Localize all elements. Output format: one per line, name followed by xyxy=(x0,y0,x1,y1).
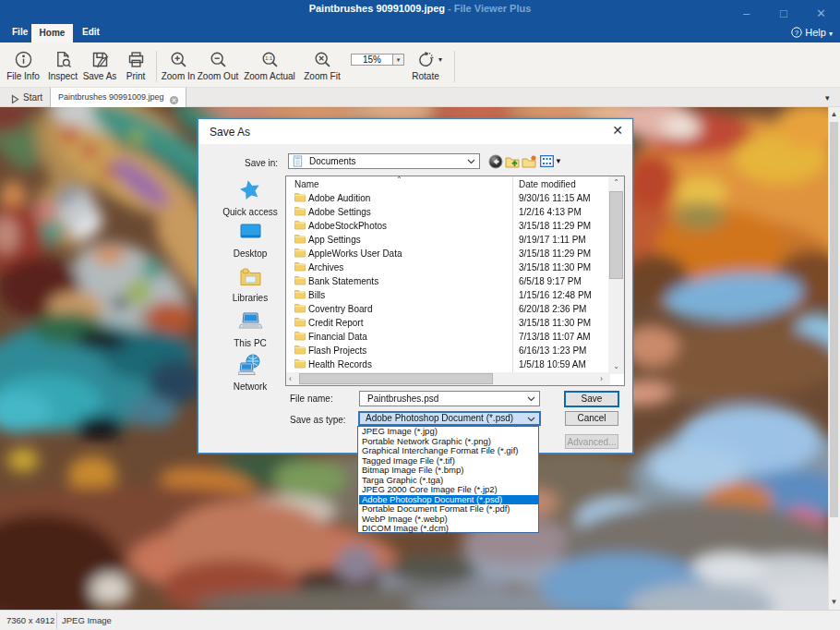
svg-text:?: ? xyxy=(795,29,798,37)
svg-text:1:1: 1:1 xyxy=(265,55,272,61)
